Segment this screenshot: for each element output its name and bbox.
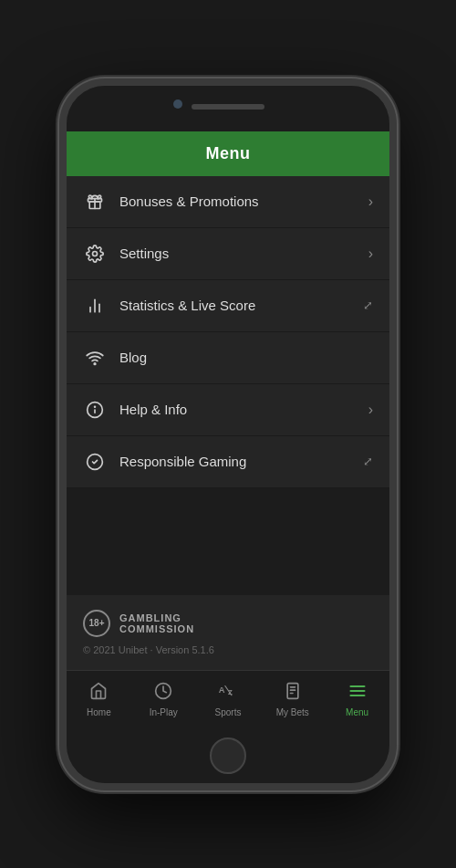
menu-header: Menu xyxy=(67,131,389,176)
clock-icon xyxy=(154,682,172,705)
menu-title: Menu xyxy=(206,144,251,162)
nav-item-mybets[interactable]: My Bets xyxy=(260,671,325,728)
menu-list: Bonuses & Promotions › Settings › xyxy=(67,176,389,488)
svg-point-2 xyxy=(93,251,98,256)
receipt-icon xyxy=(284,682,302,705)
svg-point-6 xyxy=(94,362,96,364)
mybets-label: My Bets xyxy=(276,707,309,717)
statistics-external: ⤢ xyxy=(363,298,373,312)
statistics-label: Statistics & Live Score xyxy=(119,298,363,313)
help-label: Help & Info xyxy=(119,402,368,417)
gear-icon xyxy=(83,242,107,266)
menu-item-statistics[interactable]: Statistics & Live Score ⤢ xyxy=(67,280,389,332)
phone-top-bar xyxy=(67,86,389,131)
bonuses-label: Bonuses & Promotions xyxy=(119,193,368,209)
home-label: Home xyxy=(87,707,111,717)
gambling-text-line1: GAMBLING xyxy=(119,612,194,623)
menu-nav-label: Menu xyxy=(346,707,368,717)
menu-item-help[interactable]: Help & Info › xyxy=(67,384,389,436)
gambling-section: 18+ GAMBLING COMMISSION © 2021 Unibet · … xyxy=(67,595,389,670)
menu-item-bonuses[interactable]: Bonuses & Promotions › xyxy=(67,176,389,228)
nav-item-sports[interactable]: A Z Sports xyxy=(196,671,261,728)
screen: Menu Bonuse xyxy=(67,131,389,728)
sports-label: Sports xyxy=(215,707,242,717)
camera-dot xyxy=(173,99,182,109)
version-text: © 2021 Unibet · Version 5.1.6 xyxy=(83,644,373,663)
phone-bottom xyxy=(67,728,389,783)
nav-item-menu[interactable]: Menu xyxy=(325,671,389,728)
wifi-icon xyxy=(83,346,107,370)
svg-text:A: A xyxy=(219,685,225,695)
settings-label: Settings xyxy=(119,246,368,261)
gift-icon xyxy=(83,190,107,214)
settings-arrow: › xyxy=(368,246,373,262)
nav-item-inplay[interactable]: In-Play xyxy=(131,671,196,728)
responsible-label: Responsible Gaming xyxy=(119,454,363,469)
bonuses-arrow: › xyxy=(368,193,373,210)
gambling-text-line2: COMMISSION xyxy=(119,623,194,634)
bottom-nav: Home In-Play A Z xyxy=(67,670,389,728)
responsible-external: ⤢ xyxy=(363,455,373,468)
content-spacer xyxy=(67,488,389,595)
age-badge: 18+ xyxy=(83,610,110,637)
blog-label: Blog xyxy=(119,350,373,365)
menu-item-responsible[interactable]: Responsible Gaming ⤢ xyxy=(67,436,389,488)
phone-wrapper: Menu Bonuse xyxy=(0,0,456,868)
home-button[interactable] xyxy=(210,737,246,774)
stats-icon xyxy=(83,294,107,318)
info-icon xyxy=(83,398,107,422)
inplay-label: In-Play xyxy=(150,707,178,717)
menu-item-settings[interactable]: Settings › xyxy=(67,228,389,280)
az-icon: A Z xyxy=(218,682,238,705)
shield-icon xyxy=(83,450,107,474)
gambling-text: GAMBLING COMMISSION xyxy=(119,612,194,634)
speaker-grille xyxy=(192,104,264,110)
lines-icon xyxy=(348,682,367,705)
home-icon xyxy=(89,682,108,705)
menu-item-blog[interactable]: Blog xyxy=(67,332,389,384)
help-arrow: › xyxy=(368,402,373,418)
gambling-logo: 18+ GAMBLING COMMISSION xyxy=(83,610,373,637)
phone-frame: Menu Bonuse xyxy=(59,78,397,790)
nav-item-home[interactable]: Home xyxy=(67,671,131,728)
